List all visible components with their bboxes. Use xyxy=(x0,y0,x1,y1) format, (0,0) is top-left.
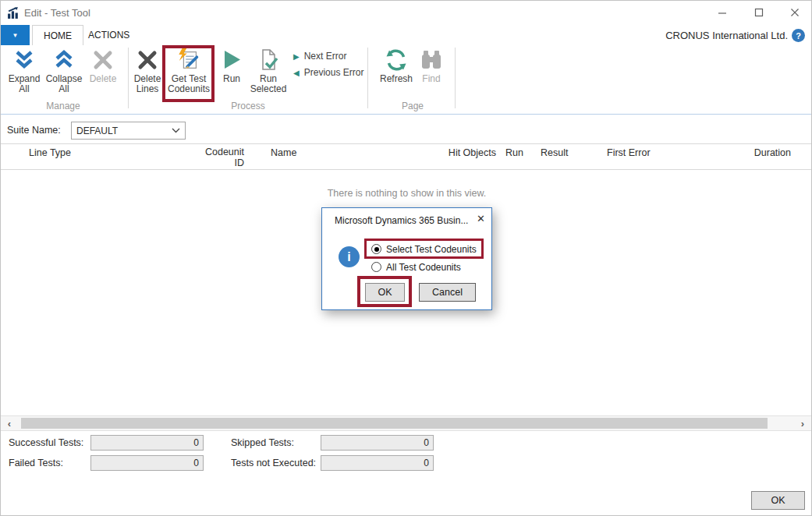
successful-tests-field: 0 xyxy=(90,435,204,451)
successful-tests-value: 0 xyxy=(193,437,199,448)
manage-group-label: Manage xyxy=(16,101,110,111)
help-icon[interactable]: ? xyxy=(792,29,805,42)
previous-error-button[interactable]: ◀ Previous Error xyxy=(293,65,363,80)
radio-selected-icon[interactable] xyxy=(371,244,381,254)
next-error-button[interactable]: ▶ Next Error xyxy=(293,49,346,63)
ribbon-separator xyxy=(455,48,456,108)
suite-name-combobox[interactable]: DEFAULT xyxy=(71,122,186,140)
info-icon: i xyxy=(339,246,360,267)
refresh-icon xyxy=(384,48,409,72)
successful-tests-label: Successful Tests: xyxy=(9,437,83,448)
next-error-label: Next Error xyxy=(304,51,347,62)
collapse-all-icon xyxy=(51,48,76,72)
skipped-tests-field: 0 xyxy=(321,435,434,451)
run-selected-icon xyxy=(256,48,281,72)
run-selected-label: Run Selected xyxy=(247,74,289,94)
ribbon: Expand All Collapse All Delete Delete Li… xyxy=(1,45,811,115)
process-group-label: Process xyxy=(201,101,295,111)
run-icon xyxy=(219,48,244,72)
minimize-button[interactable] xyxy=(706,1,739,24)
column-run[interactable]: Run xyxy=(505,147,523,158)
radio-all-test-codeunits-label[interactable]: All Test Codeunits xyxy=(386,262,461,273)
delete-lines-label: Delete Lines xyxy=(131,74,164,94)
dialog-cancel-label: Cancel xyxy=(432,287,463,298)
tab-actions-label: ACTIONS xyxy=(88,30,129,41)
column-result[interactable]: Result xyxy=(541,147,568,158)
failed-tests-value: 0 xyxy=(193,458,199,468)
help-glyph: ? xyxy=(796,31,801,41)
previous-error-label: Previous Error xyxy=(304,67,364,78)
scroll-right-arrow[interactable]: › xyxy=(796,417,810,429)
get-test-codeunits-icon xyxy=(176,48,201,72)
ribbon-separator xyxy=(128,48,129,108)
next-error-icon: ▶ xyxy=(293,52,300,61)
run-label: Run xyxy=(223,74,240,84)
footer-ok-button[interactable]: OK xyxy=(751,491,805,510)
failed-tests-field: 0 xyxy=(90,455,204,471)
close-button[interactable] xyxy=(778,1,811,24)
tab-home-label: HOME xyxy=(44,30,72,41)
header-bottom-border xyxy=(1,169,811,170)
run-selected-button[interactable]: Run Selected xyxy=(247,48,289,102)
column-duration[interactable]: Duration xyxy=(729,147,791,158)
collapse-all-label: Collapse All xyxy=(44,74,83,94)
previous-error-icon: ◀ xyxy=(293,69,300,77)
column-name[interactable]: Name xyxy=(271,147,296,158)
find-label: Find xyxy=(422,74,440,84)
maximize-icon xyxy=(754,8,764,17)
column-line-type[interactable]: Line Type xyxy=(29,147,71,158)
refresh-button[interactable]: Refresh xyxy=(378,48,414,102)
app-logo-icon xyxy=(7,6,20,19)
dialog-close-button[interactable]: ✕ xyxy=(477,213,485,224)
dialog-title: Microsoft Dynamics 365 Busin... xyxy=(335,215,468,226)
radio-select-test-codeunits[interactable]: Select Test Codeunits xyxy=(371,242,477,256)
skipped-tests-value: 0 xyxy=(424,437,429,448)
ribbon-separator xyxy=(367,48,368,108)
info-glyph: i xyxy=(347,250,350,264)
header-top-border xyxy=(1,143,811,144)
ribbon-bottom-border xyxy=(1,114,811,115)
scroll-right-icon: › xyxy=(801,418,804,429)
tests-not-executed-label: Tests not Executed: xyxy=(231,458,316,468)
chevron-down-icon: ▼ xyxy=(12,32,19,39)
find-icon xyxy=(419,48,444,72)
tests-not-executed-field: 0 xyxy=(321,455,434,471)
tab-bar: ▼ HOME ACTIONS CRONUS International Ltd.… xyxy=(1,25,811,45)
tests-not-executed-value: 0 xyxy=(424,458,429,468)
run-button[interactable]: Run xyxy=(218,48,246,102)
window-title: Edit - Test Tool xyxy=(24,7,90,19)
test-tool-window: Edit - Test Tool ▼ HOME ACTIONS CRONUS I… xyxy=(0,0,812,516)
delete-button[interactable]: Delete xyxy=(85,48,121,102)
maximize-button[interactable] xyxy=(743,1,775,24)
expand-all-icon xyxy=(12,48,37,72)
application-menu-button[interactable]: ▼ xyxy=(1,25,30,45)
scroll-left-arrow[interactable]: ‹ xyxy=(2,417,16,429)
delete-label: Delete xyxy=(90,74,117,84)
tab-home[interactable]: HOME xyxy=(32,25,83,46)
suite-name-label: Suite Name: xyxy=(7,125,61,136)
radio-select-test-codeunits-label[interactable]: Select Test Codeunits xyxy=(386,244,477,255)
delete-icon xyxy=(90,48,115,72)
dialog-cancel-button[interactable]: Cancel xyxy=(419,283,476,302)
column-first-error[interactable]: First Error xyxy=(607,147,651,158)
column-hit-objects[interactable]: Hit Objects xyxy=(434,147,496,158)
column-codeunit-id[interactable]: Codeunit ID xyxy=(196,147,244,168)
radio-unselected-icon[interactable] xyxy=(371,262,381,272)
horizontal-scrollbar[interactable]: ‹ › xyxy=(1,415,811,431)
collapse-all-button[interactable]: Collapse All xyxy=(44,48,83,102)
delete-lines-button[interactable]: Delete Lines xyxy=(131,48,164,102)
close-icon xyxy=(790,8,800,17)
find-button[interactable]: Find xyxy=(418,48,445,102)
company-name: CRONUS International Ltd. xyxy=(665,30,788,41)
minimize-icon xyxy=(718,8,727,17)
tab-actions[interactable]: ACTIONS xyxy=(77,25,140,45)
expand-all-button[interactable]: Expand All xyxy=(5,48,43,102)
get-test-codeunits-label: Get Test Codeunits xyxy=(165,74,212,94)
radio-all-test-codeunits[interactable]: All Test Codeunits xyxy=(371,260,461,274)
get-test-codeunits-button[interactable]: Get Test Codeunits xyxy=(165,48,212,102)
delete-lines-icon xyxy=(135,48,160,72)
dialog-ok-button[interactable]: OK xyxy=(365,283,405,302)
chevron-down-icon xyxy=(172,128,185,133)
page-group-label: Page xyxy=(366,101,459,111)
scrollbar-thumb[interactable] xyxy=(21,418,768,429)
